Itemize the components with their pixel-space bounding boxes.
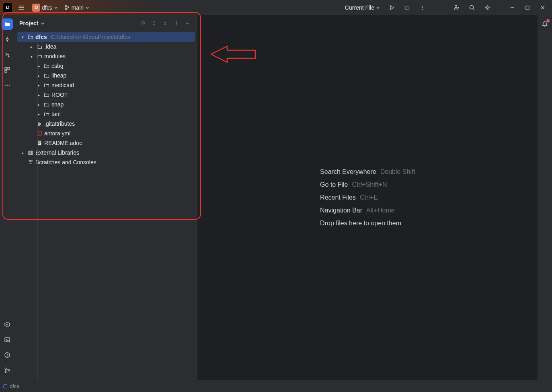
expand-all-button[interactable]: [149, 18, 159, 28]
svg-point-5: [422, 7, 423, 8]
notification-badge-icon: [546, 19, 550, 22]
svg-point-22: [5, 371, 6, 373]
svg-point-12: [8, 56, 10, 57]
tree-folder-node[interactable]: ▸ medicaid: [17, 80, 195, 90]
svg-rect-32: [38, 141, 41, 145]
more-tools-button[interactable]: [2, 80, 13, 91]
expand-arrow-icon[interactable]: ▸: [35, 63, 42, 69]
branch-name-label: main: [72, 4, 84, 11]
problems-tool-button[interactable]: [2, 349, 13, 361]
panel-options-button[interactable]: [172, 18, 181, 28]
svg-point-18: [9, 85, 10, 86]
tree-folder-node[interactable]: ▸ ROOT: [17, 90, 195, 100]
tree-node-label: .idea: [44, 43, 56, 50]
expand-arrow-icon[interactable]: ▸: [35, 72, 42, 79]
more-actions-button[interactable]: [416, 2, 428, 14]
project-name-label: dfcs: [42, 4, 52, 11]
expand-arrow-icon[interactable]: ▸: [35, 92, 42, 98]
tree-scratches-node[interactable]: ▸ Scratches and Consoles: [17, 157, 195, 167]
tree-root-node[interactable]: ▾ dfcs C:\Users\rohit\IdeaProjects\dfcs: [17, 32, 195, 42]
tree-folder-node[interactable]: ▾ modules: [17, 51, 195, 61]
project-tool-button[interactable]: [2, 18, 13, 30]
expand-arrow-icon[interactable]: ▸: [35, 111, 42, 117]
settings-button[interactable]: [481, 2, 493, 14]
empty-action-label: Go to File: [320, 181, 348, 188]
status-module-label[interactable]: dfcs: [10, 383, 19, 389]
tree-folder-node[interactable]: ▸ snap: [17, 100, 195, 109]
tree-folder-node[interactable]: ▸ tanf: [17, 109, 195, 119]
expand-arrow-icon[interactable]: ▸: [19, 149, 26, 156]
svg-point-25: [142, 23, 144, 24]
notifications-button[interactable]: [539, 18, 550, 30]
svg-point-21: [5, 368, 6, 370]
pull-requests-tool-button[interactable]: [2, 49, 13, 60]
window-maximize-button[interactable]: [521, 2, 534, 14]
window-close-button[interactable]: [537, 2, 549, 14]
tree-folder-node[interactable]: ▸ .idea: [17, 42, 195, 51]
empty-action-label: Search Everywhere: [320, 168, 376, 176]
empty-action-shortcut: Alt+Home: [366, 207, 395, 214]
expand-arrow-icon[interactable]: ▾: [19, 34, 26, 40]
svg-point-3: [406, 7, 408, 10]
tree-file-node[interactable]: ▸ Y antora.yml: [17, 129, 195, 138]
expand-arrow-icon[interactable]: ▸: [35, 101, 42, 108]
svg-point-2: [68, 6, 69, 7]
run-config-selector[interactable]: Current File: [343, 3, 382, 12]
svg-point-9: [486, 7, 488, 8]
svg-point-26: [176, 21, 177, 22]
tree-external-libs-node[interactable]: ▸ External Libraries: [17, 148, 195, 157]
debug-button[interactable]: [401, 2, 413, 14]
window-minimize-button[interactable]: [506, 2, 518, 14]
expand-arrow-icon[interactable]: ▾: [28, 53, 35, 59]
tree-folder-node[interactable]: ▸ csbg: [17, 61, 195, 71]
folder-icon: [43, 101, 50, 108]
svg-point-36: [31, 160, 33, 161]
tree-node-label: snap: [51, 101, 64, 108]
vcs-tool-button[interactable]: [2, 365, 13, 376]
select-opened-file-button[interactable]: [138, 18, 148, 28]
tree-file-node[interactable]: ▸ README.adoc: [17, 138, 195, 148]
tree-node-label: Scratches and Consoles: [35, 159, 96, 165]
panel-title[interactable]: Project: [19, 20, 38, 27]
commit-tool-button[interactable]: [2, 34, 13, 45]
editor-area[interactable]: Search EverywhereDouble Shift Go to File…: [198, 15, 538, 380]
hide-panel-button[interactable]: [183, 18, 193, 28]
search-button[interactable]: [466, 2, 478, 14]
svg-rect-35: [32, 151, 33, 155]
chevron-down-icon: [85, 6, 89, 10]
tree-node-label: .gitattributes: [44, 120, 75, 127]
expand-arrow-icon[interactable]: ▸: [28, 43, 35, 50]
svg-rect-14: [8, 67, 10, 69]
run-button[interactable]: [386, 2, 398, 14]
collapse-all-button[interactable]: [160, 18, 170, 28]
svg-text:Y: Y: [39, 132, 41, 135]
tree-node-label: tanf: [51, 111, 61, 117]
empty-drop-hint: Drop files here to open them: [320, 220, 401, 227]
empty-editor-placeholder: Search EverywhereDouble Shift Go to File…: [320, 168, 415, 227]
main-menu-button[interactable]: [15, 2, 27, 14]
svg-point-0: [65, 5, 66, 6]
chevron-down-icon[interactable]: [41, 21, 45, 25]
svg-point-1: [65, 8, 66, 10]
code-with-me-button[interactable]: [451, 2, 463, 14]
tree-node-label: csbg: [51, 63, 64, 69]
terminal-tool-button[interactable]: [2, 334, 13, 345]
tree-node-label: dfcs: [35, 34, 47, 40]
intellij-logo-icon[interactable]: IJ: [3, 3, 12, 12]
services-tool-button[interactable]: [2, 319, 13, 330]
branch-icon: [64, 5, 70, 10]
tree-node-label: External Libraries: [35, 149, 79, 156]
structure-tool-button[interactable]: [2, 64, 13, 76]
svg-point-4: [422, 6, 423, 6]
project-tree[interactable]: ▾ dfcs C:\Users\rohit\IdeaProjects\dfcs …: [14, 31, 197, 380]
tree-node-label: README.adoc: [44, 140, 82, 146]
tree-file-node[interactable]: ▸ .gitattributes: [17, 119, 195, 129]
chevron-down-icon: [54, 6, 58, 10]
svg-rect-15: [5, 70, 7, 72]
expand-arrow-icon[interactable]: ▸: [35, 82, 42, 88]
svg-rect-10: [526, 6, 529, 9]
project-selector[interactable]: D dfcs: [31, 2, 60, 13]
tree-folder-node[interactable]: ▸ liheap: [17, 71, 195, 80]
svg-rect-13: [5, 67, 7, 69]
vcs-branch-selector[interactable]: main: [63, 3, 91, 12]
